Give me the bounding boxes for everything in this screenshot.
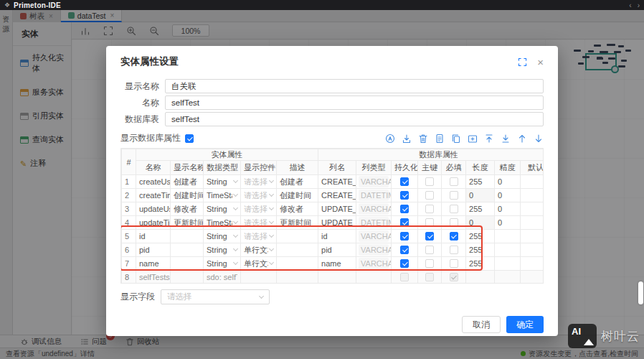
persist-checked-checkbox[interactable] [400,205,409,213]
persist-checked-checkbox[interactable] [400,232,409,241]
length-cell[interactable] [466,271,495,284]
widget-cell[interactable]: 请选择 [241,230,277,243]
nav-back-icon[interactable]: ‹ [629,1,631,9]
default-value-cell[interactable] [521,230,544,243]
primary-key-unchecked-checkbox[interactable] [425,177,434,186]
column-name-cell[interactable]: name [318,257,356,271]
show-db-props-checkbox[interactable] [185,134,194,143]
description-cell[interactable]: 更新时间 [277,216,318,230]
data-type-cell[interactable]: sdo: selfTest [204,271,241,284]
required-unchecked-checkbox[interactable] [450,191,458,200]
column-name-cell[interactable]: CREATE_TIME [318,189,356,202]
persist-checked-checkbox[interactable] [400,259,409,268]
primary-key-unchecked-checkbox[interactable] [425,246,434,254]
widget-cell[interactable]: 请选择 [241,189,277,202]
precision-cell[interactable]: 0 [495,216,521,230]
primary-key-checked-checkbox[interactable] [425,232,434,241]
delete-icon[interactable] [418,134,428,144]
persist-checked-checkbox[interactable] [400,177,409,186]
default-value-cell[interactable] [521,257,544,271]
auto-name-icon[interactable] [385,134,395,144]
primary-key-unchecked-checkbox[interactable] [425,205,434,213]
required-unchecked-checkbox[interactable] [450,177,458,186]
display-name-input[interactable] [165,79,544,93]
precision-cell[interactable]: 0 [495,175,521,189]
persist-checked-checkbox[interactable] [400,218,409,227]
description-cell[interactable] [277,257,318,271]
description-cell[interactable]: 创建者 [277,175,318,189]
add-folder-icon[interactable] [468,134,478,144]
length-cell[interactable]: 255 [466,202,495,216]
data-type-cell[interactable]: TimeStamp [204,216,241,230]
precision-cell[interactable] [495,230,521,243]
name-cell[interactable]: updateUser [136,202,171,216]
import-icon[interactable] [402,134,412,144]
persist-checked-checkbox[interactable] [400,191,409,200]
precision-cell[interactable] [495,271,521,284]
default-value-cell[interactable] [521,189,544,202]
column-name-cell[interactable]: CREATE_USER [318,175,356,189]
copy-icon[interactable] [451,134,461,144]
precision-cell[interactable]: 0 [495,202,521,216]
default-value-cell[interactable] [521,243,544,257]
move-up-icon[interactable] [517,134,527,144]
length-cell[interactable]: 255 [466,243,495,257]
detail-icon[interactable] [435,134,445,144]
widget-cell[interactable]: 单行文本 [241,243,277,257]
data-type-cell[interactable]: String [204,257,241,271]
name-cell[interactable]: createUser [136,175,171,189]
widget-cell[interactable]: 请选择 [241,202,277,216]
name-cell[interactable]: pid [136,243,171,257]
display-name-cell[interactable] [171,271,204,284]
cancel-button[interactable]: 取消 [462,316,501,333]
name-cell[interactable]: updateTime [136,216,171,230]
db-table-input[interactable] [165,112,544,126]
name-cell[interactable]: name [136,257,171,271]
display-name-cell[interactable]: 创建时间 [171,189,204,202]
display-name-cell[interactable]: 更新时间 [171,216,204,230]
display-name-cell[interactable] [171,257,204,271]
column-name-cell[interactable]: UPDATE_USER [318,202,356,216]
primary-key-unchecked-checkbox[interactable] [425,218,434,227]
length-cell[interactable]: 255 [466,175,495,189]
persist-checked-checkbox[interactable] [400,246,409,254]
display-name-cell[interactable]: 创建者 [171,175,204,189]
default-value-cell[interactable] [521,175,544,189]
name-cell[interactable]: id [136,230,171,243]
required-unchecked-checkbox[interactable] [450,218,458,227]
default-value-cell[interactable] [521,216,544,230]
data-type-cell[interactable]: String [204,175,241,189]
display-name-cell[interactable] [171,230,204,243]
precision-cell[interactable] [495,243,521,257]
name-cell[interactable]: selfTests [136,271,171,284]
required-unchecked-checkbox[interactable] [450,246,458,254]
column-name-cell[interactable]: UPDATE_TIME [318,216,356,230]
display-name-cell[interactable] [171,243,204,257]
nav-forward-icon[interactable]: › [638,1,640,9]
description-cell[interactable]: 修改者 [277,202,318,216]
primary-key-unchecked-checkbox[interactable] [425,259,434,268]
confirm-button[interactable]: 确定 [506,316,544,333]
close-icon[interactable]: × [537,57,544,67]
data-type-cell[interactable]: String [204,230,241,243]
widget-cell[interactable]: 请选择 [241,216,277,230]
default-value-cell[interactable] [521,271,544,284]
widget-cell[interactable]: 单行文本 [241,257,277,271]
name-cell[interactable]: createTime [136,189,171,202]
precision-cell[interactable]: 0 [495,189,521,202]
move-down-icon[interactable] [534,134,544,144]
column-name-cell[interactable] [318,271,356,284]
required-unchecked-checkbox[interactable] [450,205,458,213]
column-name-cell[interactable]: pid [318,243,356,257]
precision-cell[interactable] [495,257,521,271]
required-unchecked-checkbox[interactable] [450,259,458,268]
primary-key-unchecked-checkbox[interactable] [425,191,434,200]
description-cell[interactable] [277,271,318,284]
move-top-icon[interactable] [484,134,494,144]
length-cell[interactable]: 255 [466,257,495,271]
description-cell[interactable] [277,243,318,257]
required-checked-checkbox[interactable] [450,232,458,241]
display-field-select[interactable]: 请选择 [161,289,270,304]
default-value-cell[interactable] [521,202,544,216]
display-name-cell[interactable]: 修改者 [171,202,204,216]
